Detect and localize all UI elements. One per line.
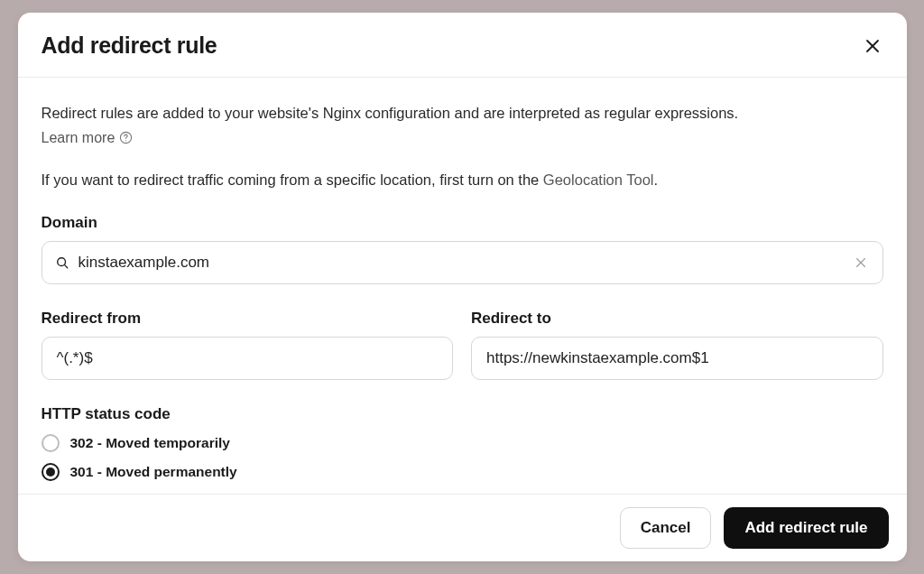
geo-suffix: . (653, 171, 658, 188)
radio-icon (42, 463, 60, 481)
domain-input[interactable] (42, 241, 883, 284)
redirect-from-label: Redirect from (42, 310, 454, 328)
status-option-label: 302 - Moved temporarily (70, 435, 230, 451)
svg-line-5 (64, 265, 67, 268)
redirect-to-input[interactable] (471, 337, 883, 380)
close-icon (865, 39, 880, 53)
help-icon (119, 131, 133, 144)
status-option-301[interactable]: 301 - Moved permanently (42, 463, 883, 481)
clear-icon (855, 256, 867, 269)
redirect-fields-row: Redirect from Redirect to (42, 310, 883, 380)
status-code-label: HTTP status code (42, 405, 883, 423)
redirect-from-input[interactable] (42, 337, 454, 380)
clear-domain-button[interactable] (851, 253, 871, 273)
geolocation-tool-link[interactable]: Geolocation Tool (543, 171, 654, 188)
geo-text: If you want to redirect traffic coming f… (42, 171, 883, 189)
modal-header: Add redirect rule (18, 13, 907, 78)
status-option-302[interactable]: 302 - Moved temporarily (42, 434, 883, 452)
status-option-label: 301 - Moved permanently (70, 464, 237, 480)
modal-footer: Cancel Add redirect rule (18, 494, 907, 561)
svg-point-3 (125, 141, 126, 142)
learn-more-link[interactable]: Learn more (42, 130, 134, 146)
close-button[interactable] (862, 35, 883, 57)
search-icon (56, 256, 69, 269)
modal-body: Redirect rules are added to your website… (18, 78, 907, 494)
redirect-from-field-group: Redirect from (42, 310, 454, 380)
intro-text: Redirect rules are added to your website… (42, 103, 883, 125)
domain-input-wrap (42, 241, 883, 284)
geo-prefix: If you want to redirect traffic coming f… (42, 171, 543, 188)
add-redirect-rule-button[interactable]: Add redirect rule (724, 507, 888, 549)
radio-icon (42, 434, 60, 452)
domain-label: Domain (42, 214, 883, 232)
learn-more-label: Learn more (42, 130, 116, 146)
modal-title: Add redirect rule (42, 32, 217, 59)
cancel-button[interactable]: Cancel (620, 507, 712, 549)
redirect-to-field-group: Redirect to (471, 310, 883, 380)
domain-field-group: Domain (42, 214, 883, 284)
redirect-to-label: Redirect to (471, 310, 883, 328)
radio-dot-icon (46, 468, 55, 477)
add-redirect-modal: Add redirect rule Redirect rules are add… (18, 13, 907, 561)
status-code-field-group: HTTP status code 302 - Moved temporarily… (42, 405, 883, 481)
